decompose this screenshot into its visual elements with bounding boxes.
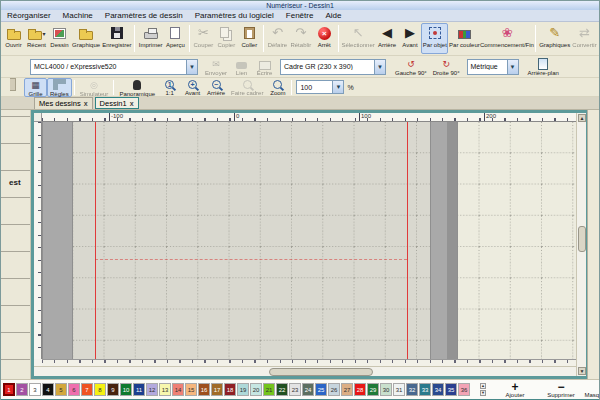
design-list-item[interactable] xyxy=(1,144,30,171)
zoom-button[interactable]: Zoom xyxy=(266,78,289,97)
menu-item-1[interactable]: Machine xyxy=(57,10,99,21)
color-swatch-35[interactable]: 35 xyxy=(445,383,457,396)
menu-item-0[interactable]: Réorganiser xyxy=(1,10,57,21)
add-color-button[interactable]: + Ajouter xyxy=(498,382,532,398)
zoom-level-select[interactable]: 100 ▼ xyxy=(296,80,344,94)
spinner-up-icon[interactable]: ▲ xyxy=(480,383,486,389)
design-list-item[interactable] xyxy=(1,306,30,333)
menu-item-4[interactable]: Fenêtre xyxy=(280,10,320,21)
design-button[interactable]: Dessin xyxy=(48,23,71,54)
menu-item-3[interactable]: Paramètres du logiciel xyxy=(189,10,280,21)
palette-spinner[interactable]: ▲ ▼ xyxy=(480,383,486,396)
stop-button[interactable]: ×Arrêt xyxy=(313,23,336,54)
color-swatch-10[interactable]: 10 xyxy=(120,383,132,396)
close-icon[interactable]: x xyxy=(130,100,134,107)
design-list-item[interactable] xyxy=(1,333,30,360)
design-list-item[interactable]: est xyxy=(1,171,30,198)
color-swatch-11[interactable]: 11 xyxy=(133,383,145,396)
design-list-item[interactable] xyxy=(1,110,30,117)
preview-button[interactable]: Aperçu xyxy=(164,23,187,54)
chevron-down-icon[interactable]: ▼ xyxy=(507,60,518,74)
zoom-out-button[interactable]: −Arrière xyxy=(204,78,228,97)
left-panel[interactable]: est xyxy=(1,110,31,379)
tab-mes-dessins[interactable]: Mes dessinsx xyxy=(34,97,93,109)
design-list-item[interactable] xyxy=(1,225,30,252)
scroll-up-icon[interactable]: ▲ xyxy=(578,114,586,122)
color-swatch-32[interactable]: 32 xyxy=(406,383,418,396)
color-swatch-22[interactable]: 22 xyxy=(276,383,288,396)
open-button[interactable]: Ouvrir xyxy=(2,23,25,54)
menu-item-2[interactable]: Paramètres de dessin xyxy=(99,10,189,21)
color-swatch-26[interactable]: 26 xyxy=(328,383,340,396)
color-swatch-15[interactable]: 15 xyxy=(185,383,197,396)
drawing-canvas[interactable] xyxy=(42,122,576,359)
background-button[interactable]: Arrière-plan xyxy=(525,57,562,76)
design-list-item[interactable] xyxy=(1,117,30,144)
by-color-button[interactable]: Par couleur xyxy=(448,23,480,54)
color-swatch-21[interactable]: 21 xyxy=(263,383,275,396)
tab-dessin1[interactable]: Dessin1x xyxy=(95,97,139,109)
color-swatch-36[interactable]: 36 xyxy=(458,383,470,396)
design-list-item[interactable] xyxy=(1,252,30,279)
chevron-down-icon[interactable]: ▼ xyxy=(374,60,385,74)
menu-item-5[interactable]: Aide xyxy=(319,10,347,21)
color-swatch-13[interactable]: 13 xyxy=(159,383,171,396)
color-swatch-24[interactable]: 24 xyxy=(302,383,314,396)
color-swatch-17[interactable]: 17 xyxy=(211,383,223,396)
chevron-down-icon[interactable]: ▼ xyxy=(332,81,343,93)
color-swatch-3[interactable]: 3 xyxy=(29,383,41,396)
design-list-item[interactable] xyxy=(1,279,30,306)
recent-button[interactable]: Récent xyxy=(25,23,48,54)
close-icon[interactable]: x xyxy=(84,100,88,107)
design-list-item[interactable] xyxy=(1,360,30,379)
back-button[interactable]: ◀Arrière xyxy=(375,23,398,54)
color-swatch-34[interactable]: 34 xyxy=(432,383,444,396)
color-swatch-23[interactable]: 23 xyxy=(289,383,301,396)
color-swatch-16[interactable]: 16 xyxy=(198,383,210,396)
hide-unused-button[interactable]: Masquer inutilisé xyxy=(590,381,599,398)
color-swatch-28[interactable]: 28 xyxy=(354,383,366,396)
graphics-button[interactable]: ✎Graphiques xyxy=(538,23,571,54)
graphic-button[interactable]: Graphique xyxy=(71,23,101,54)
color-swatch-29[interactable]: 29 xyxy=(367,383,379,396)
rotate-left-button[interactable]: ↺Gauche 90° xyxy=(392,57,430,76)
spinner-down-icon[interactable]: ▼ xyxy=(480,390,486,396)
color-swatch-2[interactable]: 2 xyxy=(16,383,28,396)
zoom-in-button[interactable]: +Avant xyxy=(181,78,204,97)
clipped-button[interactable] xyxy=(1,78,24,97)
color-swatch-4[interactable]: 4 xyxy=(42,383,54,396)
color-swatch-5[interactable]: 5 xyxy=(55,383,67,396)
one-to-one-button[interactable]: 11:1 xyxy=(158,78,181,97)
print-button[interactable]: Imprimer xyxy=(137,23,163,54)
color-swatch-7[interactable]: 7 xyxy=(81,383,93,396)
color-swatch-12[interactable]: 12 xyxy=(146,383,158,396)
remove-color-button[interactable]: − Supprimer xyxy=(544,382,578,398)
v-scrollbar[interactable]: ▲ ▼ xyxy=(576,113,586,376)
color-swatch-9[interactable]: 9 xyxy=(107,383,119,396)
chevron-down-icon[interactable]: ▼ xyxy=(186,60,197,74)
rotate-right-button[interactable]: ↻Droite 90° xyxy=(430,57,463,76)
color-swatch-18[interactable]: 18 xyxy=(224,383,236,396)
color-swatch-19[interactable]: 19 xyxy=(237,383,249,396)
save-button[interactable]: Enregistrer xyxy=(101,23,132,54)
start-end-button[interactable]: ❀Commencement/Fin xyxy=(481,23,534,54)
color-swatch-1[interactable]: 1 xyxy=(3,383,15,396)
pan-button[interactable]: Panoramique xyxy=(116,78,158,97)
color-swatch-20[interactable]: 20 xyxy=(250,383,262,396)
h-scrollbar-thumb[interactable] xyxy=(269,368,373,376)
scroll-down-icon[interactable]: ▼ xyxy=(578,367,586,375)
color-swatch-6[interactable]: 6 xyxy=(68,383,80,396)
color-swatch-25[interactable]: 25 xyxy=(315,383,327,396)
forward-button[interactable]: ▶Avant xyxy=(398,23,421,54)
rulers-button[interactable]: Règles xyxy=(47,78,72,97)
design-list-item[interactable] xyxy=(1,198,30,225)
frame-select[interactable]: Cadre GR (230 x 390) ▼ xyxy=(280,59,386,75)
color-swatch-30[interactable]: 30 xyxy=(380,383,392,396)
color-swatch-8[interactable]: 8 xyxy=(94,383,106,396)
grid-button[interactable]: ▦Grille xyxy=(24,78,47,97)
color-swatch-31[interactable]: 31 xyxy=(393,383,405,396)
units-select[interactable]: Métrique ▼ xyxy=(467,59,519,75)
h-scrollbar[interactable] xyxy=(34,366,576,376)
v-scrollbar-thumb[interactable] xyxy=(578,226,586,252)
machine-select[interactable]: MCL4000 / eXpressive520 ▼ xyxy=(30,59,198,75)
